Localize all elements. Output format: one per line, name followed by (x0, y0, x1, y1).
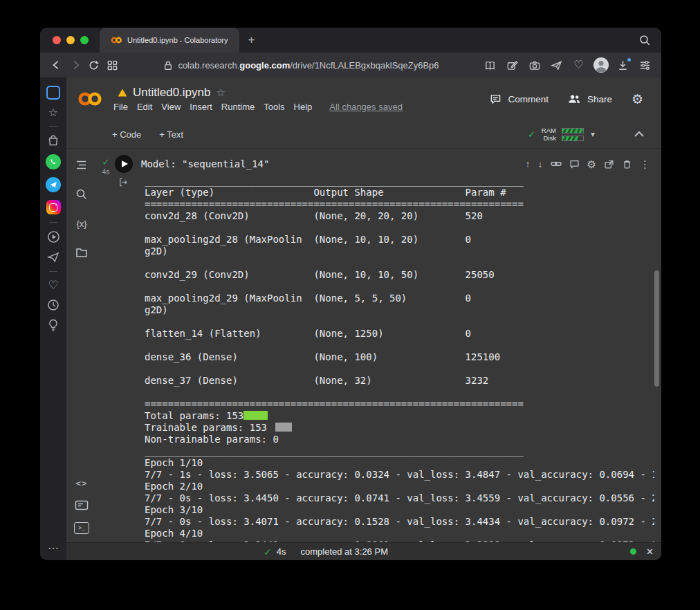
cell-settings-gear-icon[interactable]: ⚙ (587, 159, 596, 169)
easy-setup-button[interactable] (636, 56, 654, 75)
code-snippets-icon[interactable]: <> (75, 478, 88, 488)
copy-link-icon[interactable] (551, 158, 562, 169)
menu-runtime[interactable]: Runtime (221, 102, 255, 112)
delete-cell-icon[interactable] (622, 159, 632, 169)
cell-success-check-icon: ✓ (102, 158, 110, 167)
forward-icon (69, 59, 82, 71)
connected-check-icon: ✓ (528, 129, 536, 140)
star-notebook-icon[interactable]: ☆ (216, 86, 225, 99)
whatsapp-icon[interactable] (46, 154, 61, 169)
send-icon (551, 59, 562, 71)
history-clock-icon[interactable] (47, 299, 59, 311)
files-button[interactable] (75, 247, 88, 258)
chevron-up-icon (634, 131, 645, 138)
minimize-window-button[interactable] (66, 36, 75, 44)
new-tab-button[interactable]: + (239, 33, 264, 47)
colab-header: Untitled0.ipynb ☆ File Edit View Insert … (66, 77, 661, 120)
cell-first-line[interactable]: Model: "sequential_14" (141, 158, 269, 169)
dismiss-status-button[interactable]: × (647, 546, 653, 557)
menu-tools[interactable]: Tools (264, 102, 284, 112)
sidebar-more-icon[interactable]: ⋯ (48, 543, 59, 554)
table-of-contents-icon (75, 160, 88, 170)
search-icon (638, 34, 651, 46)
reader-button[interactable] (481, 56, 499, 75)
back-button[interactable] (47, 56, 66, 75)
cell-output: ________________________________________… (115, 175, 654, 542)
open-in-tab-icon[interactable] (604, 159, 614, 169)
code-cell: Model: "sequential_14" ↑ ↓ (115, 154, 654, 542)
lightbulb-icon[interactable] (48, 319, 59, 332)
cell-output-icon[interactable] (118, 177, 129, 187)
address-bar-actions: ♡ (481, 56, 654, 75)
comment-label: Comment (508, 94, 549, 104)
menu-help[interactable]: Help (294, 102, 313, 112)
settings-gear-icon[interactable]: ⚙ (632, 91, 643, 107)
telegram-icon[interactable] (46, 177, 61, 192)
cell-toolbar: ↑ ↓ (526, 158, 654, 169)
cell-gutter: ✓ 4s (97, 154, 115, 542)
share-button[interactable]: Share (568, 93, 612, 104)
instagram-icon[interactable] (46, 200, 61, 214)
downloads-button[interactable] (614, 56, 632, 75)
browser-tab-bar: Untitled0.ipynb - Colaboratory + (40, 28, 661, 53)
collapse-header-button[interactable] (634, 131, 645, 138)
forward-button[interactable] (66, 56, 84, 75)
share-page-button[interactable] (547, 56, 566, 75)
variables-icon[interactable]: {x} (76, 219, 86, 229)
close-window-button[interactable] (53, 36, 61, 44)
resources-widget[interactable]: ✓ RAM Disk ▾ (528, 127, 595, 142)
comment-button[interactable]: Comment (490, 93, 549, 105)
move-cell-up-icon[interactable]: ↑ (526, 159, 531, 169)
status-check-icon: ✓ (264, 546, 272, 557)
cell-exec-time: 4s (102, 168, 110, 176)
workspace-icon[interactable] (46, 86, 60, 100)
snapshot-button[interactable] (525, 56, 544, 75)
command-palette-icon[interactable] (75, 500, 89, 510)
table-of-contents-button[interactable] (75, 160, 88, 170)
menu-file[interactable]: File (113, 102, 128, 112)
reload-button[interactable] (84, 56, 103, 75)
save-status[interactable]: All changes saved (329, 102, 403, 112)
url-field[interactable]: colab.research.google.com/drive/1NcfLALE… (122, 60, 481, 71)
output-text: ________________________________________… (145, 175, 654, 542)
browser-tab[interactable]: Untitled0.ipynb - Colaboratory (100, 28, 239, 53)
profile-button[interactable] (591, 56, 610, 75)
non-trainable-params-line: Non-trainable params: 0 (145, 434, 654, 445)
menu-view[interactable]: View (161, 102, 181, 112)
speed-dial-button[interactable] (103, 56, 122, 75)
grid-icon (107, 59, 118, 71)
add-text-button[interactable]: + Text (159, 129, 183, 140)
book-icon (484, 59, 496, 71)
sidebar-divider (49, 271, 57, 272)
menu-bar: File Edit View Insert Runtime Tools Help… (108, 102, 403, 112)
play-icon (122, 160, 128, 167)
trainable-params-highlight (275, 423, 292, 432)
maximize-window-button[interactable] (80, 36, 89, 44)
find-replace-button[interactable] (75, 188, 88, 201)
tab-search-button[interactable] (638, 34, 661, 46)
heart-sidebar-icon[interactable]: ♡ (48, 279, 58, 291)
terminal-icon[interactable]: >_ (74, 522, 89, 534)
browser-window: Untitled0.ipynb - Colaboratory + (40, 28, 661, 560)
move-cell-down-icon[interactable]: ↓ (538, 159, 543, 169)
cell-more-icon[interactable]: ⋮ (640, 159, 650, 169)
colab-logo[interactable] (76, 90, 104, 108)
add-comment-icon[interactable] (569, 159, 580, 169)
menu-edit[interactable]: Edit (137, 102, 152, 112)
notebook-title[interactable]: Untitled0.ipynb (133, 86, 210, 100)
bookmarks-star-icon[interactable]: ☆ (48, 107, 58, 118)
send-plane-icon[interactable] (47, 251, 59, 264)
share-label: Share (587, 94, 612, 104)
menu-insert[interactable]: Insert (190, 102, 212, 112)
edit-page-button[interactable] (503, 56, 522, 75)
heart-icon: ♡ (573, 59, 583, 71)
shopping-bag-icon[interactable] (47, 134, 59, 147)
address-bar: colab.research.google.com/drive/1NcfLALE… (40, 53, 661, 77)
notebook-scrollbar[interactable] (654, 270, 659, 387)
play-circle-icon[interactable] (47, 230, 60, 243)
favorite-page-button[interactable]: ♡ (569, 56, 588, 75)
avatar (593, 57, 609, 73)
add-code-button[interactable]: + Code (112, 129, 141, 140)
tab-title: Untitled0.ipynb - Colaboratory (127, 36, 228, 44)
run-cell-button[interactable] (115, 155, 133, 173)
